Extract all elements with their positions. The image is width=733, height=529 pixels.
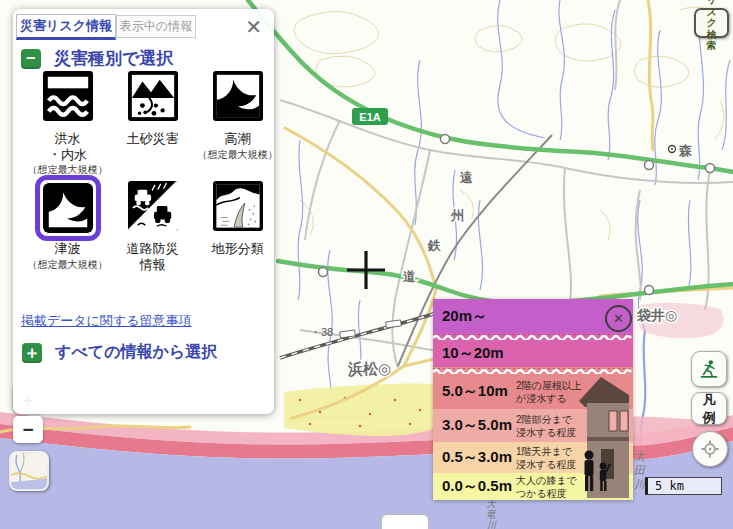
map-control-box[interactable] <box>381 514 429 529</box>
hazard-tsunami[interactable]: 津波 （想定最大規模） <box>25 181 110 273</box>
label-mori: 森 <box>678 143 693 158</box>
hazard-label: 津波 <box>25 241 110 257</box>
label-fukuroi: 袋井◎ <box>636 307 677 323</box>
section-title: 災害種別で選択 <box>54 47 173 70</box>
gps-locate-button[interactable] <box>692 431 728 467</box>
hazard-landslide[interactable]: 土砂災害 <box>110 71 195 177</box>
scale-bar: 5 km <box>645 477 722 495</box>
hazard-storm-surge[interactable]: 高潮 （想定最大規模） <box>195 71 280 177</box>
select-all-label: すべての情報から選択 <box>55 342 217 363</box>
hazard-grid: 洪水 ・内水 （想定最大規模） 土砂災害 <box>25 71 265 273</box>
legend-row: 0.0～0.5m 大人の膝まで つかる程度 <box>433 473 633 500</box>
terrain-icon <box>213 181 263 231</box>
collapse-icon[interactable]: − <box>21 49 41 69</box>
svg-text:竜: 竜 <box>486 509 497 520</box>
minimap-thumbnail <box>11 452 47 490</box>
landslide-icon <box>128 71 178 121</box>
svg-text:遠: 遠 <box>459 170 473 185</box>
svg-text:田: 田 <box>634 464 646 476</box>
legend-range: 3.0～5.0m <box>433 416 516 435</box>
road-disaster-icon <box>128 181 178 231</box>
tab-displayed-info[interactable]: 表示中の情報 <box>116 15 196 38</box>
legend-range: 5.0～10m <box>433 382 516 401</box>
hazard-label: 道路防災 情報 <box>110 241 195 272</box>
label-elevation: ・38 <box>310 326 333 338</box>
hazard-label: 高潮 <box>195 131 280 147</box>
hazard-map-app: E1A 森 袋井◎ 浜松◎ ・38 遠 州 鉄 道 太 田 川 天 竜 川 <box>0 0 733 529</box>
expressway-shield: E1A <box>352 108 388 125</box>
legend-desc: 1階天井まで 浸水する程度 <box>516 445 576 471</box>
legend-desc: 大人の膝まで つかる程度 <box>516 474 577 500</box>
legend-range: 0.5～3.0m <box>433 448 516 467</box>
legend-row: 3.0～5.0m 2階部分まで 浸水する程度 <box>433 409 633 442</box>
svg-text:E1A: E1A <box>359 111 380 123</box>
hazard-label: 地形分類 <box>195 241 280 257</box>
town-symbol-mori <box>669 146 676 153</box>
svg-text:川: 川 <box>486 520 497 529</box>
running-person-icon <box>698 355 720 383</box>
hazard-road-disaster[interactable]: 道路防災 情報 <box>110 181 195 273</box>
legend-row: 5.0～10m 2階の屋根以上 が浸水する <box>433 374 633 409</box>
hazard-sublabel: （想定最大規模） <box>25 258 110 272</box>
panel-close-icon[interactable]: ✕ <box>245 15 262 39</box>
select-all-info[interactable]: ＋ すべての情報から選択 <box>22 342 217 363</box>
legend-desc: 2階の屋根以上 が浸水する <box>516 379 582 405</box>
legend-row: 20m～ <box>433 299 633 333</box>
legend-toggle-button[interactable]: 凡例 <box>691 392 727 425</box>
tsunami-icon <box>43 183 93 233</box>
hazard-label: 土砂災害 <box>110 131 195 147</box>
svg-text:道: 道 <box>402 269 416 284</box>
label-tenryu-river: 天 竜 川 <box>486 498 497 529</box>
svg-text:州: 州 <box>450 208 464 223</box>
svg-text:太: 太 <box>634 450 646 462</box>
selected-hazard-border <box>35 175 101 241</box>
legend-range: 0.0～0.5m <box>433 477 516 496</box>
hazard-terrain[interactable]: 地形分類 <box>195 181 280 273</box>
legend-wave-separator <box>433 367 633 374</box>
risk-search-button[interactable]: リスク 検索 <box>694 8 729 38</box>
data-notice-link[interactable]: 掲載データに関する留意事項 <box>21 312 192 330</box>
legend-row: 10～20m <box>433 340 633 367</box>
label-hamamatsu: 浜松◎ <box>347 360 391 378</box>
tsunami-depth-legend: 20m～ 10～20m 5.0～10m 2階の屋根以上 が浸水する 3.0～5.… <box>433 299 633 500</box>
legend-range: 20m～ <box>433 307 516 326</box>
hazard-sublabel: （想定最大規模） <box>195 148 280 162</box>
legend-range: 10～20m <box>433 344 516 363</box>
minimap-button[interactable] <box>9 451 49 491</box>
expand-icon[interactable]: ＋ <box>22 343 42 363</box>
flood-icon <box>43 71 93 121</box>
hazard-flood[interactable]: 洪水 ・内水 （想定最大規模） <box>25 71 110 177</box>
tab-disaster-risk[interactable]: 災害リスク情報 <box>16 14 116 40</box>
legend-row: 0.5～3.0m 1階天井まで 浸水する程度 <box>433 442 633 473</box>
svg-text:鉄: 鉄 <box>427 238 441 253</box>
legend-desc: 2階部分まで 浸水する程度 <box>516 413 576 439</box>
disaster-info-panel: 災害リスク情報 表示中の情報 ✕ − 災害種別で選択 洪水 ・内水 （想定最大規… <box>13 9 274 414</box>
legend-wave-separator <box>433 333 633 340</box>
evacuation-button[interactable] <box>691 351 727 387</box>
hazard-label: 洪水 ・内水 <box>25 131 110 162</box>
section-header: − 災害種別で選択 <box>21 47 173 70</box>
storm-surge-icon <box>213 71 263 121</box>
legend-close-icon[interactable]: ✕ <box>605 305 632 332</box>
zoom-out-button[interactable]: − <box>13 416 43 443</box>
locate-icon <box>699 435 721 463</box>
